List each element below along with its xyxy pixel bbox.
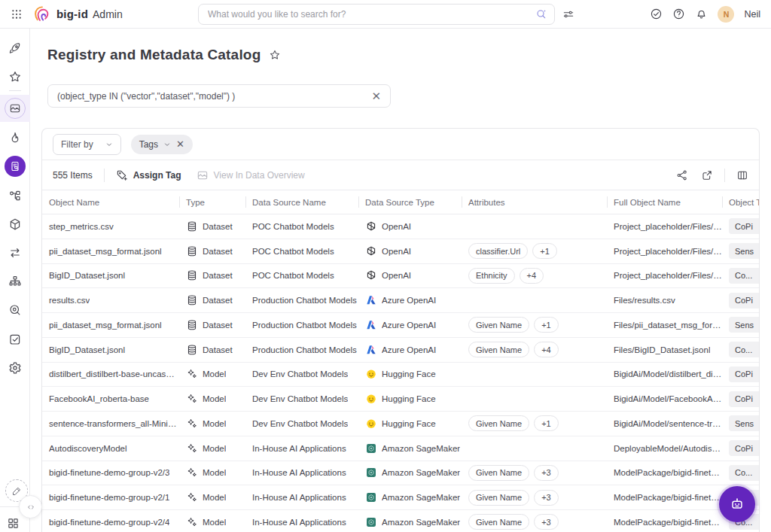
- sidebar: [0, 29, 30, 532]
- column-header[interactable]: Data Source Name: [245, 190, 358, 214]
- cell-data-source-name: In-House AI Applications: [245, 436, 358, 461]
- table-row[interactable]: sentence-transformers_all-MiniL... Model…: [42, 412, 759, 436]
- cell-attributes: Given Name+1: [462, 313, 607, 337]
- export-icon[interactable]: [701, 169, 713, 181]
- sagemaker-icon: [365, 467, 377, 479]
- cell-full-object-name: Project_placeholder/Files/BigID...: [607, 264, 722, 288]
- sidebar-item-discovery[interactable]: [8, 303, 22, 317]
- model-icon: [186, 368, 198, 380]
- object-tag-chip[interactable]: Co...: [729, 465, 759, 481]
- object-tag-chip[interactable]: CoPi: [729, 440, 759, 456]
- attribute-chip[interactable]: Given Name: [468, 514, 529, 530]
- attribute-chip[interactable]: Given Name: [468, 465, 529, 481]
- sidebar-item-actionable-insights[interactable]: [8, 41, 22, 55]
- object-tag-chip[interactable]: Sens: [729, 243, 759, 259]
- column-header[interactable]: Data Source Type: [358, 190, 462, 214]
- sidebar-item-data-map[interactable]: [8, 275, 22, 288]
- columns-icon[interactable]: [736, 169, 748, 181]
- object-tag-chip[interactable]: CoPi: [729, 391, 759, 407]
- table-row[interactable]: pii_dataset_msg_format.jsonl Dataset POC…: [42, 239, 759, 264]
- attribute-more-chip[interactable]: +3: [534, 465, 559, 481]
- sidebar-item-favorites[interactable]: [8, 70, 22, 84]
- attribute-more-chip[interactable]: +3: [534, 514, 559, 530]
- cell-full-object-name: ModelPackage/bigid-finetune-d...: [607, 485, 722, 509]
- sidebar-bottom-divider: [0, 506, 20, 507]
- favorite-star-icon[interactable]: [269, 49, 281, 61]
- column-header[interactable]: Object Ta: [722, 190, 760, 214]
- table-row[interactable]: distilbert_distilbert-base-uncased... Mo…: [42, 363, 759, 388]
- attribute-chip[interactable]: Given Name: [468, 342, 529, 357]
- cell-attributes: Ethnicity+4: [462, 264, 607, 288]
- table-body: step_metrics.csv Dataset POC Chatbot Mod…: [42, 214, 759, 532]
- assistant-fab[interactable]: [719, 486, 755, 522]
- column-header[interactable]: Object Name: [42, 190, 179, 214]
- search-preferences-icon[interactable]: [562, 8, 574, 20]
- table-row[interactable]: AutodiscoveryModel Model In-House AI App…: [42, 436, 759, 461]
- object-tag-chip[interactable]: CoPi: [729, 218, 759, 234]
- sidebar-item-settings[interactable]: [8, 361, 22, 375]
- share-icon[interactable]: [676, 169, 688, 181]
- object-tag-chip[interactable]: Co...: [729, 268, 759, 284]
- table-row[interactable]: step_metrics.csv Dataset POC Chatbot Mod…: [42, 214, 759, 239]
- attribute-more-chip[interactable]: +3: [534, 490, 559, 506]
- sidebar-item-data-overview[interactable]: [0, 95, 30, 122]
- table-row[interactable]: BigID_Dataset.jsonl Dataset POC Chatbot …: [42, 264, 759, 289]
- object-tag-chip[interactable]: CoPi: [729, 366, 759, 382]
- attribute-chip[interactable]: Given Name: [468, 415, 529, 431]
- attribute-more-chip[interactable]: +1: [532, 243, 557, 259]
- apps-menu-button[interactable]: [7, 517, 20, 530]
- ai-search-icon[interactable]: [535, 8, 547, 20]
- column-header[interactable]: Type: [179, 190, 245, 214]
- remove-tags-filter-icon[interactable]: ✕: [176, 139, 184, 149]
- notifications-bell-icon[interactable]: [695, 8, 708, 20]
- table-row[interactable]: BigID_Dataset.jsonl Dataset Production C…: [42, 338, 759, 363]
- object-tag-chip[interactable]: Sens: [729, 317, 759, 333]
- object-tag-chip[interactable]: Co...: [729, 342, 759, 357]
- chevron-down-icon[interactable]: [163, 141, 171, 148]
- attribute-more-chip[interactable]: +4: [534, 342, 559, 357]
- object-tag-chip[interactable]: Sens: [729, 415, 759, 431]
- table-row[interactable]: bigid-finetune-demo-group-v2/3 Model In-…: [42, 461, 759, 486]
- search-input[interactable]: [198, 4, 555, 25]
- avatar[interactable]: N: [718, 6, 734, 23]
- attribute-chip[interactable]: Ethnicity: [468, 268, 515, 284]
- column-header[interactable]: Attributes: [462, 190, 607, 214]
- object-tag-chip[interactable]: CoPi: [729, 293, 759, 309]
- sidebar-item-risk[interactable]: [8, 131, 22, 144]
- sidebar-item-compliance[interactable]: [8, 333, 22, 346]
- app-launcher-icon[interactable]: [11, 8, 23, 20]
- sidebar-item-data-flows[interactable]: [8, 246, 22, 260]
- help-icon[interactable]: [672, 8, 685, 20]
- table-row[interactable]: bigid-finetune-demo-group-v2/1 Model In-…: [42, 485, 759, 510]
- table-row[interactable]: FacebookAI_roberta-base Model Dev Env Ch…: [42, 387, 759, 412]
- collapse-sidebar-button[interactable]: [19, 495, 42, 518]
- query-filter-box[interactable]: (object_type IN ("vector","dataset","mod…: [47, 84, 391, 108]
- cell-data-source-name: POC Chatbot Models: [245, 239, 358, 263]
- user-name[interactable]: Neil: [744, 9, 760, 20]
- assign-tag-button[interactable]: Assign Tag: [116, 169, 181, 181]
- attribute-more-chip[interactable]: +1: [534, 317, 559, 333]
- attribute-more-chip[interactable]: +1: [534, 415, 559, 431]
- attribute-chip[interactable]: Given Name: [468, 317, 529, 333]
- attribute-chip[interactable]: Given Name: [468, 490, 529, 506]
- tags-filter-chip[interactable]: Tags ✕: [131, 135, 193, 154]
- cell-data-source-type: Azure OpenAI: [358, 338, 462, 362]
- attribute-chip[interactable]: classifier.Url: [468, 243, 528, 259]
- table-row[interactable]: pii_dataset_msg_format.jsonl Dataset Pro…: [42, 313, 759, 338]
- table-row[interactable]: bigid-finetune-demo-group-v2/4 Model In-…: [42, 510, 759, 532]
- sidebar-item-classification[interactable]: [8, 189, 22, 202]
- sidebar-item-catalog[interactable]: [5, 156, 26, 177]
- cell-full-object-name: Files/BigID_Dataset.jsonl: [607, 338, 722, 362]
- cell-object-tag: CoPi: [722, 214, 759, 239]
- sidebar-item-data-assets[interactable]: [8, 217, 22, 231]
- attribute-more-chip[interactable]: +4: [520, 268, 544, 284]
- cell-attributes: classifier.Url+1: [462, 239, 607, 263]
- cell-object-name: BigID_Dataset.jsonl: [42, 338, 179, 362]
- view-in-data-overview-button[interactable]: View In Data Overview: [197, 169, 305, 181]
- clear-query-icon[interactable]: ✕: [371, 90, 381, 102]
- table-row[interactable]: results.csv Dataset Production Chatbot M…: [42, 288, 759, 313]
- column-header[interactable]: Full Object Name: [607, 190, 722, 214]
- cell-object-name: results.csv: [42, 288, 179, 312]
- filter-by-dropdown[interactable]: Filter by: [53, 134, 121, 155]
- status-check-icon[interactable]: [650, 8, 663, 20]
